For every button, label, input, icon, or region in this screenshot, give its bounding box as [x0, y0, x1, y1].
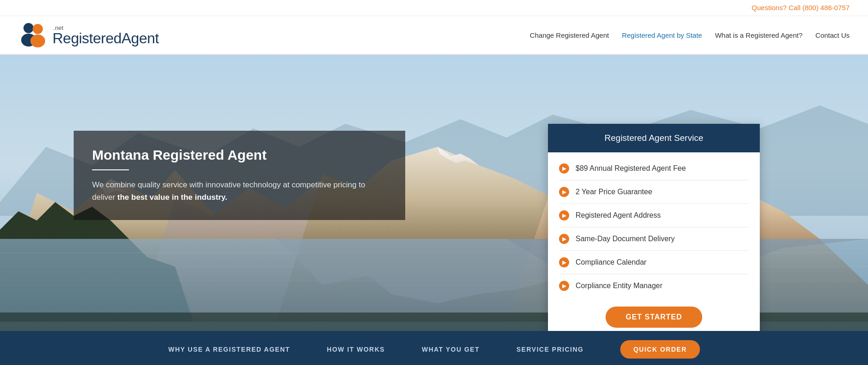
- svg-point-0: [23, 23, 34, 33]
- nav-change-agent[interactable]: Change Registered Agent: [530, 31, 609, 39]
- bottom-nav-how[interactable]: HOW IT WORKS: [327, 346, 385, 353]
- service-item-text-2: Registered Agent Address: [576, 211, 661, 220]
- service-arrow-1: ▶: [559, 187, 569, 197]
- hero-section: Montana Registered Agent We combine qual…: [0, 55, 868, 331]
- get-started-button[interactable]: GET STARTED: [606, 307, 703, 328]
- hero-text-box: Montana Registered Agent We combine qual…: [74, 131, 405, 220]
- header: .net RegisteredAgent Change Registered A…: [0, 16, 868, 55]
- service-item-text-4: Compliance Calendar: [576, 258, 647, 267]
- logo-area: .net RegisteredAgent: [18, 23, 159, 47]
- logo-name: RegisteredAgent: [52, 31, 159, 46]
- hero-description: We combine quality service with innovati…: [92, 179, 387, 203]
- top-bar: Questions? Call (800) 486-0757: [0, 0, 868, 16]
- service-arrow-3: ▶: [559, 234, 569, 244]
- service-item-text-3: Same-Day Document Delivery: [576, 235, 675, 243]
- main-nav: Change Registered Agent Registered Agent…: [530, 31, 850, 39]
- service-card: Registered Agent Service ▶ $89 Annual Re…: [548, 124, 760, 331]
- logo-icon: [18, 23, 48, 47]
- phone-link[interactable]: Questions? Call (800) 486-0757: [751, 4, 850, 12]
- service-arrow-4: ▶: [559, 257, 569, 267]
- service-item-2: ▶ Registered Agent Address: [559, 204, 749, 227]
- service-arrow-5: ▶: [559, 281, 569, 291]
- service-item-1: ▶ 2 Year Price Guarantee: [559, 180, 749, 204]
- hero-desc-bold: the best value in the industry.: [117, 193, 227, 202]
- bottom-nav-what[interactable]: WHAT YOU GET: [422, 346, 480, 353]
- service-item-4: ▶ Compliance Calendar: [559, 251, 749, 274]
- service-item-text-0: $89 Annual Registered Agent Fee: [576, 164, 686, 173]
- logo-text: .net RegisteredAgent: [52, 25, 159, 46]
- service-arrow-0: ▶: [559, 163, 569, 174]
- nav-contact[interactable]: Contact Us: [816, 31, 850, 39]
- hero-title: Montana Registered Agent: [92, 147, 387, 163]
- service-item-5: ▶ Corpliance Entity Manager: [559, 274, 749, 297]
- svg-point-2: [33, 24, 43, 34]
- bottom-nav: WHY USE A REGISTERED AGENT HOW IT WORKS …: [0, 331, 868, 365]
- quick-order-button[interactable]: QUICK ORDER: [620, 340, 699, 359]
- service-arrow-2: ▶: [559, 210, 569, 220]
- service-item-3: ▶ Same-Day Document Delivery: [559, 227, 749, 251]
- service-item-text-1: 2 Year Price Guarantee: [576, 188, 652, 196]
- service-card-body: ▶ $89 Annual Registered Agent Fee ▶ 2 Ye…: [548, 152, 760, 331]
- service-item-text-5: Corpliance Entity Manager: [576, 282, 663, 290]
- service-item-0: ▶ $89 Annual Registered Agent Fee: [559, 157, 749, 180]
- nav-agent-by-state[interactable]: Registered Agent by State: [622, 31, 702, 39]
- bottom-nav-pricing[interactable]: SERVICE PRICING: [517, 346, 584, 353]
- svg-point-3: [30, 35, 45, 47]
- hero-divider: [92, 169, 129, 170]
- bottom-nav-why[interactable]: WHY USE A REGISTERED AGENT: [168, 346, 290, 353]
- service-card-header: Registered Agent Service: [548, 124, 760, 152]
- nav-what-is[interactable]: What is a Registered Agent?: [715, 31, 803, 39]
